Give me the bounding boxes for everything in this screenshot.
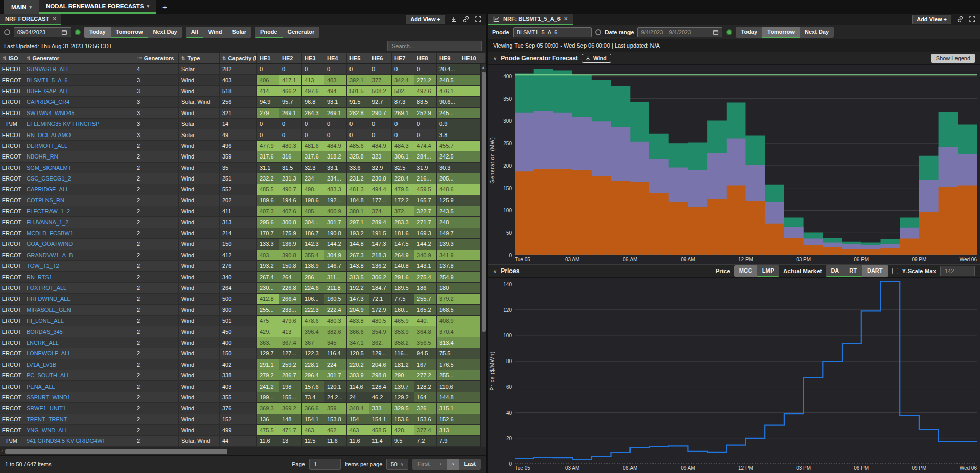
table-row[interactable]: ERCOTCAPRIDGE_ALL2Wind552485.5490.7498.4… (0, 184, 486, 195)
generator-link[interactable]: EFLEMING35 KV FRNCHSP (27, 121, 99, 127)
wind-button[interactable]: Wind (203, 27, 227, 38)
date-input-field[interactable] (17, 29, 58, 35)
generator-link[interactable]: RN_OCI_ALAMO (27, 132, 71, 138)
generator-link[interactable]: BORDAS_345 (27, 329, 63, 335)
table-row[interactable]: ERCOTMIRASOLE_GEN2Wind300255...233...222… (0, 305, 486, 316)
collapse-chevron-icon[interactable]: ∨ (493, 268, 497, 274)
prev-page-button[interactable]: ‹ (435, 459, 447, 470)
horizontal-scrollbar-thumb[interactable] (5, 449, 227, 454)
generator-link[interactable]: ELECTRAW_1_2 (27, 208, 70, 214)
live-indicator[interactable] (726, 29, 732, 35)
expand-icon[interactable] (969, 16, 976, 23)
close-icon[interactable]: × (564, 15, 568, 22)
pnode-input-field[interactable] (517, 29, 588, 35)
table-row[interactable]: ERCOTHI_LONE_ALL2Wind501475479.6478.6480… (0, 316, 486, 326)
table-row[interactable]: ERCOTFLUVANNA_1_22Wind313295.6300.8304..… (0, 217, 486, 228)
horizontal-scrollbar[interactable]: ‹ (0, 447, 486, 455)
generation-plot-area[interactable] (515, 65, 977, 255)
generator-link[interactable]: YNG_WND_ALL (27, 427, 68, 433)
page-number-input[interactable] (309, 459, 341, 470)
price-plot-area[interactable] (515, 278, 977, 464)
generator-link[interactable]: SSPURT_WIND1 (27, 394, 71, 400)
generator-button[interactable]: Generator (283, 27, 320, 38)
column-header-he6[interactable]: HE6 (369, 53, 392, 63)
date-input[interactable] (14, 27, 71, 37)
download-icon[interactable] (450, 16, 457, 23)
search-input[interactable] (387, 41, 482, 51)
tab-nodal-renewable-forecasts[interactable]: NODAL RENEWABLE FORECASTS ▾ (39, 0, 156, 14)
next-day-button[interactable]: Next Day (148, 27, 182, 38)
generator-link[interactable]: PENA_ALL (27, 384, 55, 390)
generator-link[interactable]: FLUVANNA_1_2 (27, 219, 68, 226)
generator-link[interactable]: COTPLNS_RN (27, 197, 64, 204)
column-header-he9[interactable]: HE9 (437, 53, 459, 63)
generator-link[interactable]: BLSMT1_5_A_6 (27, 77, 68, 83)
table-row[interactable]: ERCOTPENA_ALL2Wind403241.2198157.6120.11… (0, 381, 486, 392)
column-header-type[interactable]: ⇅Type (179, 53, 220, 63)
generator-link[interactable]: LONEWOLF_ALL (27, 350, 71, 356)
generator-link[interactable]: GOA_GOATWIND (27, 241, 73, 247)
generator-link[interactable]: SRWE1_UNIT1 (27, 405, 66, 411)
date-radio[interactable] (4, 29, 10, 35)
live-indicator[interactable] (75, 29, 81, 35)
column-header-generators[interactable]: ↑≡Generators (134, 53, 179, 63)
table-row[interactable]: ERCOTCSC_CSECG1_22Wind251232.2231.323423… (0, 173, 486, 184)
column-header-iso[interactable]: ⇅ISO (0, 53, 24, 63)
all-button[interactable]: All (186, 27, 203, 38)
items-per-page-select[interactable]: 50 ∨ (386, 459, 408, 470)
generator-link[interactable]: SGM_SIGNALMT (27, 165, 71, 171)
generator-link[interactable]: RN_RTS1 (27, 274, 52, 280)
close-icon[interactable]: × (53, 15, 56, 22)
generator-link[interactable]: SUNVASLR_ALL (27, 66, 69, 72)
add-view-button[interactable]: Add View + (912, 15, 951, 24)
table-row[interactable]: ERCOTSWTWN4_WND453Wind321279269.1264.326… (0, 108, 486, 119)
mcc-button[interactable]: MCC (734, 265, 757, 277)
generator-link[interactable]: LNCRK_ALL (27, 340, 59, 346)
generator-link[interactable]: NBOHR_RN (27, 153, 58, 160)
generator-link[interactable]: CSC_CSECG1_2 (27, 175, 71, 182)
generator-link[interactable]: MCDLD_FCSBW1 (27, 230, 73, 236)
today-button[interactable]: Today (84, 27, 111, 38)
wind-filter-badge[interactable]: Wind (582, 54, 611, 63)
table-row[interactable]: ERCOTCAPRIDG4_CR43Solar, Wind25694.995.7… (0, 97, 486, 107)
solar-button[interactable]: Solar (227, 27, 251, 38)
generator-link[interactable]: GRANDVW1_A_B (27, 252, 73, 258)
generator-link[interactable]: DERMOTT_ALL (27, 143, 67, 149)
table-row[interactable]: ERCOTBUFF_GAP_ALL3Wind518414.466.2497.64… (0, 86, 486, 97)
table-row[interactable]: ERCOTCOTPLNS_RN2Wind202189.6194.6198.619… (0, 195, 486, 206)
table-row[interactable]: ERCOTTGW_T1_T22Wind276193.2150.8138.9146… (0, 261, 486, 272)
tomorrow-button[interactable]: Tomorrow (762, 27, 800, 38)
vertical-scrollbar[interactable]: ▲ (480, 64, 486, 447)
table-row[interactable]: ERCOTSGM_SIGNALMT2Wind3531.131.532.333.1… (0, 163, 486, 173)
generator-link[interactable]: TRENT_TRENT (27, 416, 67, 422)
column-header-he3[interactable]: HE3 (302, 53, 324, 63)
table-row[interactable]: ERCOTBLSMT1_5_A_63Wind403406417.1413403.… (0, 75, 486, 85)
table-row[interactable]: ERCOTBORDAS_3452Wind450429.413396.4382.6… (0, 326, 486, 337)
table-row[interactable]: PJM941 GRND34.5 KV GRIDG4WF2Solar, Wind4… (0, 436, 486, 446)
table-row[interactable]: ERCOTGOA_GOATWIND2Wind150133.3136.9142.3… (0, 239, 486, 250)
column-header-he4[interactable]: HE4 (324, 53, 347, 63)
date-range-input[interactable] (637, 27, 722, 37)
generator-link[interactable]: TGW_T1_T2 (27, 263, 59, 269)
generator-link[interactable]: LV1A_LV1B (27, 362, 56, 368)
date-range-input-field[interactable] (641, 29, 710, 35)
rt-button[interactable]: RT (844, 265, 862, 277)
collapse-chevron-icon[interactable]: ∨ (493, 56, 497, 61)
table-row[interactable]: ERCOTNBOHR_RN2Wind359317.6316317.6318.23… (0, 151, 486, 162)
date-range-radio[interactable] (595, 29, 601, 35)
show-legend-button[interactable]: Show Legend (931, 54, 975, 63)
next-page-button[interactable]: › (447, 459, 459, 470)
table-row[interactable]: ERCOTFOXTROT_ALL2Wind264230...226.8224.6… (0, 283, 486, 294)
first-page-button[interactable]: First (412, 459, 435, 470)
generator-link[interactable]: HRFDWIND_ALL (27, 296, 71, 302)
table-row[interactable]: ERCOTSRWE1_UNIT12Wind376369.3369.2366.63… (0, 403, 486, 414)
column-header-he10[interactable]: HE10 (459, 53, 486, 63)
generator-link[interactable]: FOXTROT_ALL (27, 285, 66, 291)
column-header-generator[interactable]: ⇅Generator (24, 53, 134, 63)
tomorrow-button[interactable]: Tomorrow (111, 27, 148, 38)
column-header-he2[interactable]: HE2 (279, 53, 302, 63)
generator-link[interactable]: BUFF_GAP_ALL (27, 88, 69, 94)
generator-link[interactable]: MIRASOLE_GEN (27, 307, 71, 313)
table-row[interactable]: PJMEFLEMING35 KV FRNCHSP3Solar1400000000… (0, 119, 486, 129)
table-row[interactable]: ERCOTLV1A_LV1B2Wind402291.1259.2228.1224… (0, 359, 486, 370)
